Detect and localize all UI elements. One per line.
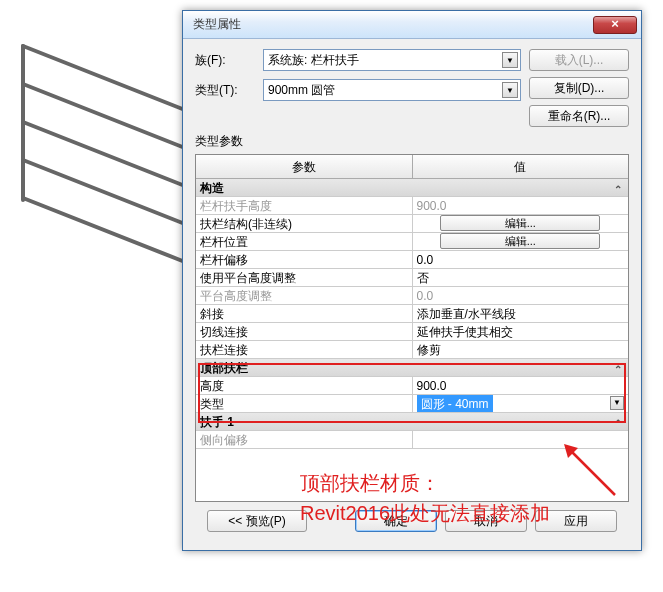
table-row: 栏杆扶手高度900.0 [196,197,628,215]
table-row-type: 类型圆形 - 40mm▼ [196,395,628,413]
table-row: 扶栏连接修剪 [196,341,628,359]
table-row: 斜接添加垂直/水平线段 [196,305,628,323]
type-cell[interactable]: 圆形 - 40mm▼ [413,395,629,412]
grid-header: 参数 值 [196,155,628,179]
svg-line-5 [23,160,185,224]
type-properties-dialog: 类型属性 × 族(F): 系统族: 栏杆扶手 ▼ 类型(T): 900mm 圆管… [182,10,642,551]
load-button: 载入(L)... [529,49,629,71]
apply-button[interactable]: 应用 [535,510,617,532]
type-combo[interactable]: 900mm 圆管 ▼ [263,79,521,101]
table-row: 平台高度调整0.0 [196,287,628,305]
category-construction[interactable]: 构造⌃ [196,179,628,197]
family-label: 族(F): [195,52,255,69]
svg-line-6 [23,198,185,262]
duplicate-button[interactable]: 复制(D)... [529,77,629,99]
family-combo[interactable]: 系统族: 栏杆扶手 ▼ [263,49,521,71]
type-selected-value: 圆形 - 40mm [417,395,493,412]
category-top-rail[interactable]: 顶部扶栏⌃ [196,359,628,377]
table-row: 使用平台高度调整否 [196,269,628,287]
table-row: 扶栏结构(非连续)编辑... [196,215,628,233]
dialog-footer: << 预览(P) 确定 取消 应用 [195,502,629,540]
table-row: 栏杆偏移0.0 [196,251,628,269]
collapse-icon[interactable]: ⌃ [614,181,622,199]
preview-button[interactable]: << 预览(P) [207,510,307,532]
family-value: 系统族: 栏杆扶手 [268,52,359,69]
table-row: 高度900.0 [196,377,628,395]
table-row: 栏杆位置编辑... [196,233,628,251]
svg-line-3 [23,84,185,148]
col-param: 参数 [196,155,413,178]
type-value: 900mm 圆管 [268,82,335,99]
railing-preview [5,40,205,280]
type-label: 类型(T): [195,82,255,99]
svg-line-4 [23,122,185,186]
edit-button[interactable]: 编辑... [440,215,600,231]
chevron-down-icon[interactable]: ▼ [502,52,518,68]
table-row: 切线连接延伸扶手使其相交 [196,323,628,341]
rename-button[interactable]: 重命名(R)... [529,105,629,127]
ok-button[interactable]: 确定 [355,510,437,532]
close-button[interactable]: × [593,16,637,34]
edit-button[interactable]: 编辑... [440,233,600,249]
svg-line-2 [23,46,185,110]
table-row: 侧向偏移 [196,431,628,449]
chevron-down-icon[interactable]: ▼ [610,396,624,410]
params-grid[interactable]: 参数 值 构造⌃ 栏杆扶手高度900.0 扶栏结构(非连续)编辑... 栏杆位置… [195,154,629,502]
collapse-icon[interactable]: ⌃ [614,361,622,379]
cancel-button[interactable]: 取消 [445,510,527,532]
chevron-down-icon[interactable]: ▼ [502,82,518,98]
dialog-title: 类型属性 [193,16,593,33]
type-params-label: 类型参数 [195,133,629,150]
collapse-icon[interactable]: ⌃ [614,415,622,433]
col-value: 值 [413,155,629,178]
titlebar[interactable]: 类型属性 × [183,11,641,39]
category-handrail-1[interactable]: 扶手 1⌃ [196,413,628,431]
